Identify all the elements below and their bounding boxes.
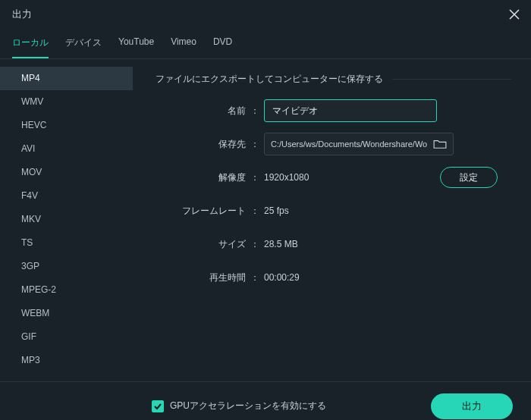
resolution-value: 1920x1080 (264, 172, 309, 183)
tab-device[interactable]: デバイス (65, 32, 102, 58)
settings-button[interactable]: 設定 (440, 167, 498, 188)
close-button[interactable] (507, 7, 522, 22)
duration-value: 00:00:29 (264, 272, 300, 283)
format-mp3[interactable]: MP3 (0, 349, 133, 372)
footer: GPUアクセラレーションを有効にする 出力 (0, 381, 531, 420)
dest-label: 保存先 (156, 138, 250, 151)
export-button[interactable]: 出力 (431, 393, 513, 419)
resolution-label: 解像度 (156, 171, 250, 184)
tab-youtube[interactable]: YouTube (118, 32, 154, 58)
framerate-value: 25 fps (264, 205, 289, 216)
gpu-checkbox[interactable] (152, 400, 164, 412)
main-panel: ファイルにエクスポートしてコンピューターに保存する 名前 ： 保存先 ： C:/… (133, 59, 531, 381)
framerate-label: フレームレート (156, 205, 250, 218)
name-label: 名前 (156, 105, 250, 118)
format-3gp[interactable]: 3GP (0, 255, 133, 278)
format-ts[interactable]: TS (0, 231, 133, 255)
format-sidebar: MP4 WMV HEVC AVI MOV F4V MKV TS 3GP MPEG… (0, 59, 133, 381)
section-title: ファイルにエクスポートしてコンピューターに保存する (156, 73, 383, 86)
size-value: 28.5 MB (264, 239, 298, 249)
format-hevc[interactable]: HEVC (0, 114, 133, 137)
close-icon (509, 9, 520, 20)
format-webm[interactable]: WEBM (0, 302, 133, 325)
tab-vimeo[interactable]: Vimeo (171, 32, 196, 58)
check-icon (153, 402, 162, 411)
dest-path-text: C:/Users/ws/Documents/Wondershare/Wo (271, 139, 433, 149)
divider (392, 79, 511, 80)
name-input[interactable] (264, 99, 437, 122)
format-wmv[interactable]: WMV (0, 90, 133, 114)
format-gif[interactable]: GIF (0, 325, 133, 349)
format-mkv[interactable]: MKV (0, 208, 133, 231)
duration-label: 再生時間 (156, 271, 250, 284)
folder-icon (433, 139, 447, 149)
tab-local[interactable]: ローカル (12, 32, 49, 58)
window-title: 出力 (12, 8, 32, 21)
gpu-checkbox-label: GPUアクセラレーションを有効にする (170, 400, 326, 412)
format-avi[interactable]: AVI (0, 137, 133, 161)
format-mpeg2[interactable]: MPEG-2 (0, 278, 133, 302)
format-mov[interactable]: MOV (0, 161, 133, 184)
tabs: ローカル デバイス YouTube Vimeo DVD (0, 29, 531, 59)
dest-path[interactable]: C:/Users/ws/Documents/Wondershare/Wo (264, 133, 454, 155)
format-f4v[interactable]: F4V (0, 184, 133, 208)
format-mp4[interactable]: MP4 (0, 67, 133, 90)
size-label: サイズ (156, 238, 250, 251)
tab-dvd[interactable]: DVD (213, 32, 232, 58)
